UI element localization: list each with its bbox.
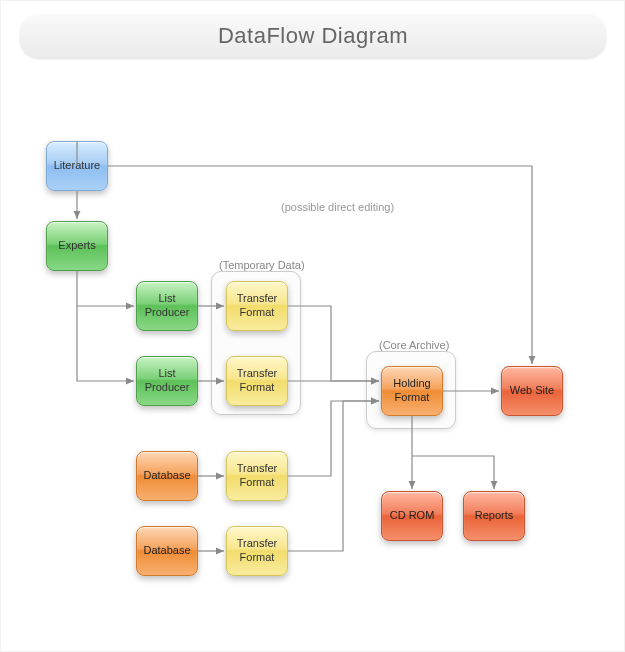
- node-cdrom: CD ROM: [381, 491, 443, 541]
- node-list-producer-1: List Producer: [136, 281, 198, 331]
- node-transfer-format-4: Transfer Format: [226, 526, 288, 576]
- node-database-1: Database: [136, 451, 198, 501]
- node-list-producer-2: List Producer: [136, 356, 198, 406]
- node-database-2: Database: [136, 526, 198, 576]
- node-literature: Literature: [46, 141, 108, 191]
- node-transfer-format-1: Transfer Format: [226, 281, 288, 331]
- group-temporary-data-label: (Temporary Data): [219, 259, 305, 271]
- node-holding-format: Holding Format: [381, 366, 443, 416]
- node-reports: Reports: [463, 491, 525, 541]
- node-transfer-format-3: Transfer Format: [226, 451, 288, 501]
- node-experts: Experts: [46, 221, 108, 271]
- group-core-archive-label: (Core Archive): [379, 339, 449, 351]
- diagram-title-bar: DataFlow Diagram: [19, 13, 607, 59]
- diagram-title: DataFlow Diagram: [218, 23, 408, 49]
- node-transfer-format-2: Transfer Format: [226, 356, 288, 406]
- node-website: Web Site: [501, 366, 563, 416]
- connector-layer: [1, 1, 625, 652]
- annotation-direct-editing: (possible direct editing): [281, 201, 394, 213]
